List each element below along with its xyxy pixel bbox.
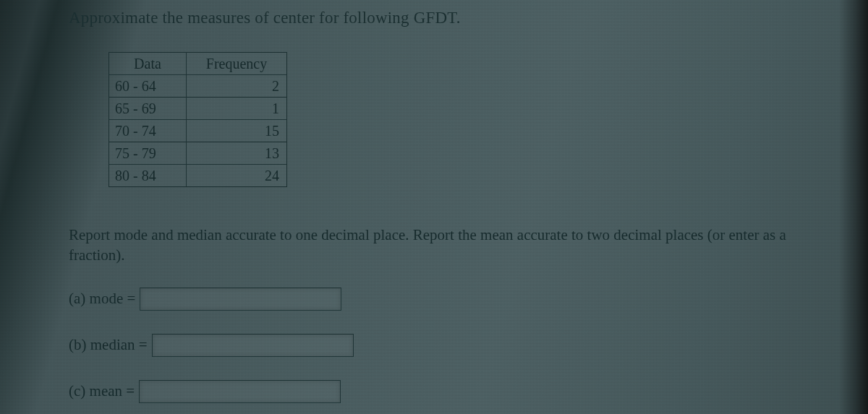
median-label: (b) median = (69, 336, 148, 354)
freq-cell: 13 (187, 142, 287, 165)
reporting-instructions: Report mode and median accurate to one d… (69, 225, 792, 266)
table-row: 65 - 69 1 (109, 98, 287, 120)
data-cell: 70 - 74 (109, 120, 187, 142)
data-cell: 60 - 64 (109, 75, 187, 98)
median-input[interactable] (152, 334, 354, 357)
table-row: 75 - 79 13 (109, 142, 287, 165)
mean-input[interactable] (139, 380, 341, 403)
table-row: 60 - 64 2 (109, 75, 287, 98)
table-row: 80 - 84 24 (109, 165, 287, 187)
data-cell: 75 - 79 (109, 142, 187, 165)
table-row: 70 - 74 15 (109, 120, 287, 142)
mode-input[interactable] (140, 288, 341, 311)
data-cell: 65 - 69 (109, 98, 187, 120)
data-cell: 80 - 84 (109, 165, 187, 187)
question-prompt: Approximate the measures of center for f… (69, 9, 825, 27)
table-header-data: Data (109, 53, 187, 75)
freq-cell: 2 (187, 75, 287, 98)
freq-cell: 24 (187, 165, 287, 187)
table-header-frequency: Frequency (187, 53, 287, 75)
mode-label: (a) mode = (69, 290, 135, 308)
freq-cell: 1 (187, 98, 287, 120)
gfdt-table: Data Frequency 60 - 64 2 65 - 69 1 70 - … (109, 52, 287, 187)
mean-label: (c) mean = (69, 382, 135, 400)
freq-cell: 15 (187, 120, 287, 142)
